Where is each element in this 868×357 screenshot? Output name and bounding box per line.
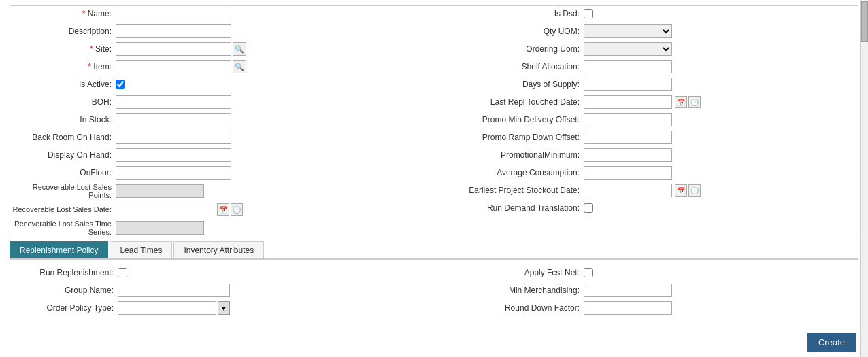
days-supply-label: Days of Supply: — [441, 80, 584, 89]
promo-ramp-label: Promo Ramp Down Offset: — [441, 133, 584, 142]
site-search-button[interactable]: 🔍 — [233, 42, 246, 56]
last-repl-group: 📅 🕐 — [584, 95, 701, 109]
create-button[interactable]: Create — [807, 333, 856, 352]
group-name-label: Group Name: — [12, 286, 118, 295]
name-input[interactable] — [116, 7, 231, 20]
shelf-alloc-label: Shelf Allocation: — [441, 62, 584, 71]
days-supply-input[interactable] — [584, 78, 672, 91]
back-room-input[interactable] — [116, 131, 231, 144]
bottom-right-section: Apply Fcst Net: Min Merchandising: Round… — [441, 265, 856, 316]
description-input[interactable] — [116, 24, 231, 38]
promo-ramp-row: Promo Ramp Down Offset: — [441, 130, 858, 145]
min-merch-input[interactable] — [584, 284, 672, 297]
rec-date-calendar-button[interactable]: 📅 — [217, 203, 229, 216]
boh-input[interactable] — [116, 95, 231, 109]
tabs-bar: Replenishment Policy Lead Times Inventor… — [10, 241, 858, 260]
right-form-section: Is Dsd: Qty UOM: Ordering Uom: Shelf All… — [441, 6, 858, 237]
scrollbar[interactable] — [860, 0, 868, 357]
run-demand-row: Run Demand Translation: — [441, 201, 858, 216]
group-name-input[interactable] — [118, 284, 230, 297]
promo-ramp-input[interactable] — [584, 131, 672, 144]
run-demand-checkbox[interactable] — [584, 203, 593, 213]
is-dsd-checkbox[interactable] — [584, 9, 593, 18]
order-policy-input[interactable] — [118, 301, 216, 315]
rec-lost-sales-ts-label: Recoverable Lost Sales Time Series: — [10, 220, 116, 236]
last-repl-input[interactable] — [584, 95, 672, 109]
on-floor-input[interactable] — [116, 166, 231, 180]
earliest-stockout-group: 📅 🕐 — [584, 184, 701, 197]
days-supply-row: Days of Supply: — [441, 77, 858, 92]
rec-lost-sales-points-row: Recoverable Lost Sales Points: — [10, 183, 427, 199]
ordering-uom-row: Ordering Uom: — [441, 41, 858, 56]
promo-min-del-row: Promo Min Delivery Offset: — [441, 112, 858, 127]
tab-inventory-attributes[interactable]: Inventory Attributes — [173, 241, 264, 258]
is-active-row: Is Active: — [10, 77, 427, 92]
stockout-icons: 📅 🕐 — [675, 184, 701, 197]
shelf-alloc-input[interactable] — [584, 60, 672, 73]
round-down-input[interactable] — [584, 301, 672, 315]
is-active-checkbox[interactable] — [116, 80, 125, 89]
site-row: * Site: 🔍 — [10, 41, 427, 56]
avg-consumption-input[interactable] — [584, 166, 672, 180]
earliest-stockout-input[interactable] — [584, 184, 672, 197]
promo-min-input[interactable] — [584, 148, 672, 162]
run-repl-label: Run Replenishment: — [12, 268, 118, 277]
rec-lost-sales-date-row: Recoverable Lost Sales Date: 📅 🕐 — [10, 202, 427, 217]
item-label: * Item: — [10, 62, 116, 71]
avg-consumption-row: Average Consumption: — [441, 165, 858, 180]
item-search-button[interactable]: 🔍 — [233, 60, 246, 73]
item-input-group: 🔍 — [116, 60, 246, 73]
in-stock-label: In Stock: — [10, 115, 116, 124]
group-name-row: Group Name: — [12, 283, 427, 298]
rec-lost-sales-date-label: Recoverable Lost Sales Date: — [10, 205, 116, 214]
last-repl-calendar-button[interactable]: 📅 — [675, 96, 687, 108]
apply-fcst-checkbox[interactable] — [584, 268, 593, 277]
promo-min-del-label: Promo Min Delivery Offset: — [441, 115, 584, 124]
rec-date-clock-button[interactable]: 🕐 — [231, 203, 243, 216]
earliest-stockout-label: Earliest Project Stockout Date: — [441, 186, 584, 195]
site-required: * — [90, 44, 95, 54]
description-row: Description: — [10, 24, 427, 39]
main-content: * Name: Description: * Site: 🔍 — [7, 0, 861, 322]
scrollbar-thumb[interactable] — [861, 1, 868, 42]
qty-uom-select[interactable] — [584, 24, 672, 38]
display-on-hand-input[interactable] — [116, 148, 231, 162]
bottom-form: Run Replenishment: Group Name: Order Pol… — [10, 260, 858, 319]
earliest-stockout-row: Earliest Project Stockout Date: 📅 🕐 — [441, 183, 858, 198]
run-repl-checkbox[interactable] — [118, 268, 127, 277]
avg-consumption-label: Average Consumption: — [441, 168, 584, 177]
rec-lost-sales-ts-input — [116, 221, 204, 235]
rec-lost-sales-date-input[interactable] — [116, 203, 214, 216]
site-input[interactable] — [116, 42, 231, 56]
bottom-left-section: Run Replenishment: Group Name: Order Pol… — [12, 265, 427, 316]
on-floor-row: OnFloor: — [10, 165, 427, 180]
in-stock-input[interactable] — [116, 113, 231, 126]
last-repl-clock-button[interactable]: 🕐 — [688, 96, 701, 108]
back-room-label: Back Room On Hand: — [10, 133, 116, 142]
promo-min-label: PromotionalMinimum: — [441, 150, 584, 160]
ordering-uom-select[interactable] — [584, 42, 672, 56]
apply-fcst-label: Apply Fcst Net: — [441, 268, 584, 277]
stockout-calendar-button[interactable]: 📅 — [675, 184, 687, 197]
order-policy-row: Order Policy Type: ▼ — [12, 301, 427, 316]
on-floor-label: OnFloor: — [10, 168, 116, 177]
boh-label: BOH: — [10, 97, 116, 107]
item-input[interactable] — [116, 60, 231, 73]
form-grid: * Name: Description: * Site: 🔍 — [10, 6, 858, 237]
site-label: * Site: — [10, 44, 116, 54]
order-policy-expand-button[interactable]: ▼ — [218, 301, 230, 315]
tab-lead-times[interactable]: Lead Times — [110, 241, 172, 258]
back-room-row: Back Room On Hand: — [10, 130, 427, 145]
promo-min-del-input[interactable] — [584, 113, 672, 126]
qty-uom-label: Qty UOM: — [441, 27, 584, 36]
last-repl-row: Last Repl Touched Date: 📅 🕐 — [441, 95, 858, 109]
run-demand-label: Run Demand Translation: — [441, 203, 584, 213]
item-row: * Item: 🔍 — [10, 59, 427, 74]
display-on-hand-row: Display On Hand: — [10, 148, 427, 163]
shelf-alloc-row: Shelf Allocation: — [441, 59, 858, 74]
stockout-clock-button[interactable]: 🕐 — [688, 184, 701, 197]
name-label: * Name: — [10, 9, 116, 18]
site-input-group: 🔍 — [116, 42, 246, 56]
tab-replenishment-policy[interactable]: Replenishment Policy — [10, 241, 108, 258]
description-label: Description: — [10, 27, 116, 36]
